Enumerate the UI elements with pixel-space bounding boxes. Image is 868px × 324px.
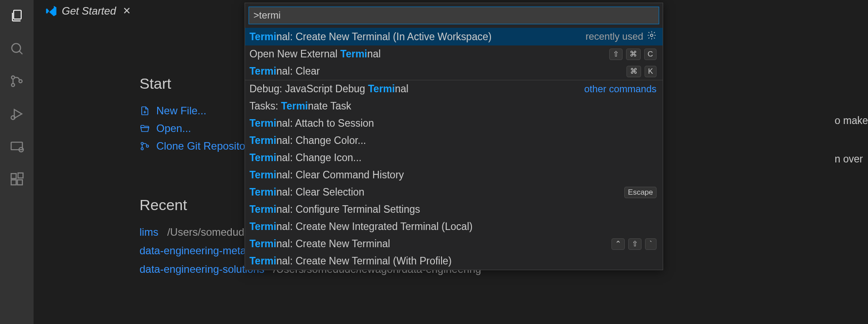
explorer-icon[interactable] [9,8,25,24]
new-file-label: New File... [156,105,206,117]
command-item-label: Terminal: Clear Command History [249,169,404,181]
keybinding-key: ⌃ [611,238,625,250]
command-palette-item[interactable]: Terminal: Change Color... [245,132,663,149]
other-commands-hint: other commands [584,83,657,95]
command-palette-item[interactable]: Terminal: Clear SelectionEscape [245,184,663,201]
tab-get-started[interactable]: Get Started ✕ [40,0,138,22]
keybinding-key: ⌘ [626,66,641,77]
svg-point-4 [11,83,15,87]
command-palette-item[interactable]: Terminal: Change Icon... [245,149,663,166]
command-palette-item[interactable]: Terminal: Clear⌘K [245,63,663,80]
source-control-icon[interactable] [9,73,25,89]
vscode-logo-icon [45,5,57,17]
command-palette-list: Terminal: Create New Terminal (In Active… [245,28,663,270]
gear-icon[interactable] [647,30,657,43]
keybinding-key: Escape [624,187,657,198]
svg-point-15 [141,148,143,150]
svg-line-2 [19,51,23,54]
command-palette-item[interactable]: Terminal: Clear Command History [245,166,663,184]
command-palette-input[interactable] [249,7,659,24]
run-debug-icon[interactable] [9,106,25,122]
command-item-label: Terminal: Create New Terminal (In Active… [249,31,491,43]
command-palette: Terminal: Create New Terminal (In Active… [245,3,663,270]
new-file-icon [140,105,150,116]
clipped-right-text: o make n over [835,115,868,192]
command-item-label: Terminal: Create New Terminal [249,238,390,250]
command-palette-item[interactable]: Tasks: Terminate Task [245,98,663,115]
svg-rect-13 [18,173,23,178]
remote-explorer-icon[interactable] [9,139,25,154]
svg-point-3 [11,76,15,79]
keybinding-key: ⌘ [626,49,641,60]
command-palette-item[interactable]: Terminal: Create New Terminal⌃⇧` [245,235,663,252]
command-item-label: Terminal: Create New Terminal (With Prof… [249,255,452,267]
tab-title: Get Started [62,5,116,17]
svg-rect-10 [11,173,16,178]
command-item-label: Terminal: Change Color... [249,135,366,147]
command-palette-item[interactable]: Terminal: Create New Terminal (With Prof… [245,252,663,270]
folder-open-icon [140,123,150,134]
svg-point-1 [12,44,21,53]
keybinding-key: ⇧ [628,238,642,250]
command-palette-item[interactable]: Terminal: Attach to Session [245,115,663,132]
search-icon[interactable] [9,41,25,57]
svg-point-5 [19,79,22,83]
command-item-label: Tasks: Terminate Task [249,100,351,112]
command-palette-item[interactable]: Terminal: Create New Terminal (In Active… [245,28,663,45]
git-clone-icon [140,141,150,151]
recent-name[interactable]: data-engineering-meta [140,245,246,257]
keybinding-key: ` [645,238,657,250]
command-item-label: Debug: JavaScript Debug Terminal [249,83,408,95]
command-palette-item[interactable]: Terminal: Create New Integrated Terminal… [245,218,663,235]
svg-point-17 [650,34,653,37]
svg-rect-12 [17,180,22,185]
command-palette-item[interactable]: Debug: JavaScript Debug Terminalother co… [245,80,663,98]
keybinding-key: C [644,49,657,60]
command-palette-item[interactable]: Terminal: Configure Terminal Settings [245,201,663,218]
command-item-label: Terminal: Change Icon... [249,152,362,164]
command-item-label: Terminal: Clear Selection [249,186,364,198]
close-icon[interactable]: ✕ [121,4,133,18]
svg-rect-0 [14,10,21,19]
svg-rect-11 [11,180,16,185]
activity-bar [0,0,34,324]
svg-point-14 [141,143,143,145]
open-label: Open... [156,122,191,135]
command-item-label: Terminal: Create New Integrated Terminal… [249,221,472,233]
extensions-icon[interactable] [9,171,25,187]
keybinding-key: K [645,66,657,77]
recent-name[interactable]: lims [140,226,159,238]
svg-rect-8 [11,142,23,150]
command-palette-item[interactable]: Open New External Terminal⇧⌘C [245,45,663,63]
keybinding-key: ⇧ [609,49,623,60]
command-item-label: Open New External Terminal [249,48,381,60]
command-item-label: Terminal: Clear [249,65,320,77]
command-item-label: Terminal: Configure Terminal Settings [249,203,420,215]
svg-marker-6 [14,109,22,118]
svg-point-16 [147,145,149,147]
command-item-label: Terminal: Attach to Session [249,117,374,129]
recently-used-hint: recently used [585,31,643,42]
